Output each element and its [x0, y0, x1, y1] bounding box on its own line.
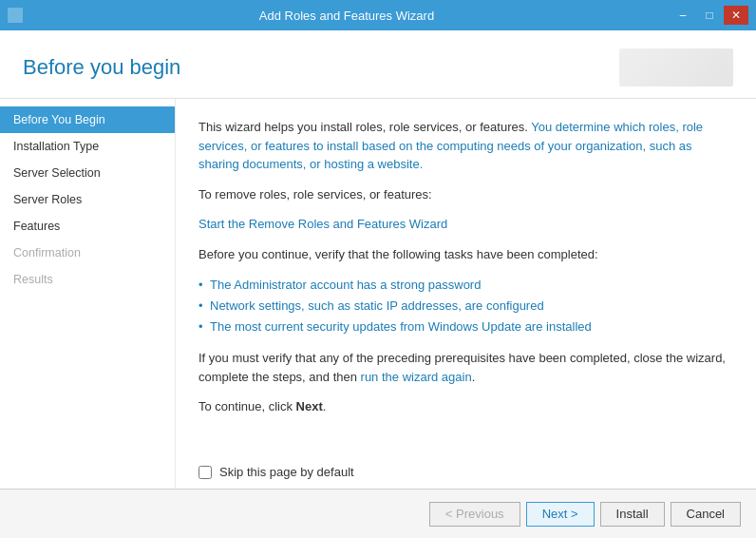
header-logo: Your product info [619, 48, 733, 86]
remove-link-paragraph: Start the Remove Roles and Features Wiza… [198, 215, 733, 234]
continue-note: To continue, click Next. [198, 397, 733, 416]
next-button[interactable]: Next > [526, 502, 595, 527]
cancel-button[interactable]: Cancel [671, 502, 741, 527]
previous-button[interactable]: < Previous [429, 502, 520, 527]
skip-page-label[interactable]: Skip this page by default [219, 465, 354, 479]
titlebar-controls: – □ ✕ [671, 6, 748, 25]
wizard-panel: This wizard helps you install roles, rol… [176, 99, 756, 455]
maximize-button[interactable]: □ [697, 6, 722, 25]
nav-item-server-roles[interactable]: Server Roles [0, 186, 175, 213]
minimize-button[interactable]: – [671, 6, 695, 25]
bullet-item-3: The most current security updates from W… [198, 317, 733, 337]
remove-heading: To remove roles, role services, or featu… [198, 185, 733, 204]
bullet-list: The Administrator account has a strong p… [198, 275, 733, 337]
nav-item-results: Results [0, 266, 175, 293]
wizard-header: Before you begin Your product info [0, 30, 756, 99]
page-title: Before you begin [23, 55, 180, 80]
logo-text: Your product info [648, 63, 705, 71]
wizard-content: Before You Begin Installation Type Serve… [0, 99, 756, 489]
titlebar-title: Add Roles and Features Wizard [23, 9, 671, 23]
bullet-item-1: The Administrator account has a strong p… [198, 275, 733, 296]
bullet-item-2: Network settings, such as static IP addr… [198, 296, 733, 317]
wizard-footer: < Previous Next > Install Cancel [0, 489, 756, 538]
nav-item-features[interactable]: Features [0, 213, 175, 240]
close-button[interactable]: ✕ [724, 6, 748, 25]
titlebar: Add Roles and Features Wizard – □ ✕ [0, 0, 756, 30]
verify-heading: Before you continue, verify that the fol… [198, 245, 733, 264]
wizard-body: Before you begin Your product info Befor… [0, 30, 756, 538]
intro-paragraph: This wizard helps you install roles, rol… [198, 118, 733, 174]
wizard-nav: Before You Begin Installation Type Serve… [0, 99, 176, 489]
nav-item-confirmation: Confirmation [0, 240, 175, 266]
run-wizard-link[interactable]: run the wizard again [361, 370, 472, 384]
install-button[interactable]: Install [600, 502, 665, 527]
nav-item-server-selection[interactable]: Server Selection [0, 160, 175, 186]
nav-item-installation-type[interactable]: Installation Type [0, 133, 175, 160]
skip-page-checkbox[interactable] [198, 466, 212, 479]
nav-item-before-you-begin[interactable]: Before You Begin [0, 106, 175, 133]
app-icon [8, 8, 23, 23]
prereq-note: If you must verify that any of the prece… [198, 349, 733, 386]
remove-link[interactable]: Start the Remove Roles and Features Wiza… [198, 217, 447, 231]
checkbox-area: Skip this page by default [176, 455, 756, 489]
